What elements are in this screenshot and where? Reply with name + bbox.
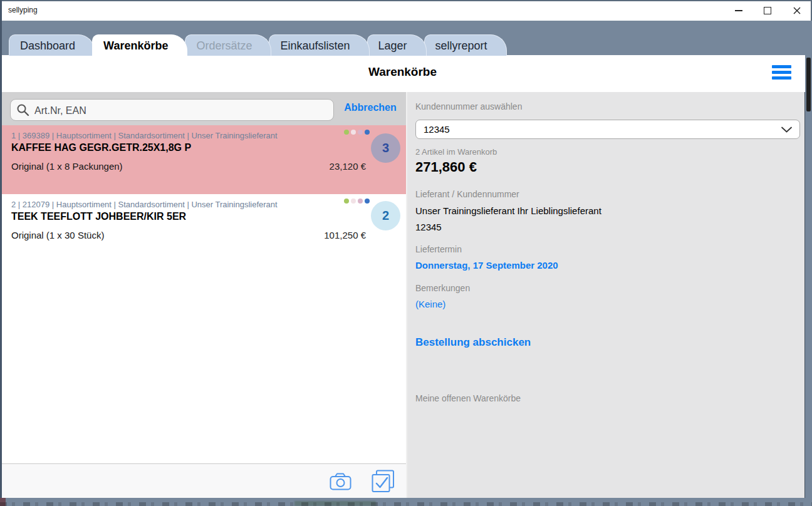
cart-item-list: 1 | 369389 | Hauptsortiment | Standardso…	[0, 125, 406, 463]
cart-summary-panel: Kundennummer auswählen 12345 2 Artikel i…	[407, 92, 805, 498]
hamburger-menu-icon[interactable]	[772, 65, 791, 80]
quantity-badge[interactable]: 3	[371, 133, 400, 163]
page-header: Warenkörbe	[0, 55, 805, 92]
cart-item-row-selected[interactable]: 1 | 369389 | Hauptsortiment | Standardso…	[0, 125, 406, 194]
minimize-button[interactable]	[728, 0, 749, 21]
app-window: sellyping Dashboard Warenkörbe Ordersätz…	[0, 0, 812, 506]
status-dots	[344, 199, 370, 204]
search-row: Abbrechen	[0, 92, 406, 125]
supplier-label: Lieferant / Kundennummer	[415, 189, 519, 199]
item-variant: Original (1 x 8 Packungen)	[11, 161, 123, 172]
remarks-link[interactable]: (Keine)	[415, 299, 445, 309]
status-dot-blush	[351, 199, 356, 204]
cart-total: 271,860 €	[415, 159, 477, 175]
search-box	[10, 99, 334, 121]
item-price: 101,250 €	[324, 230, 366, 240]
maximize-icon	[764, 7, 771, 14]
tab-dashboard[interactable]: Dashboard	[9, 34, 95, 56]
tab-label: Dashboard	[20, 39, 75, 52]
hamburger-bar	[772, 65, 791, 68]
status-dot-green	[344, 130, 349, 135]
select-check-button[interactable]	[372, 470, 395, 493]
cart-item-row[interactable]: 2 | 212079 | Hauptsortiment | Standardso…	[0, 194, 406, 259]
title-bar: sellyping	[0, 0, 812, 21]
article-count: 2 Artikel im Warenkorb	[415, 147, 497, 157]
status-dot-blue	[365, 199, 370, 204]
tab-label: Lager	[378, 39, 407, 52]
remarks-label: Bemerkungen	[415, 283, 470, 293]
close-icon	[793, 7, 801, 14]
status-dot-blue	[365, 130, 370, 135]
item-price: 23,120 €	[330, 161, 366, 172]
open-carts-label: Meine offenen Warenkörbe	[415, 393, 521, 403]
delivery-date-label: Liefertermin	[415, 244, 462, 254]
close-button[interactable]	[786, 0, 808, 21]
supplier-customer-number: 12345	[415, 222, 442, 232]
status-dots	[344, 130, 370, 135]
supplier-name: Unser Trainingslieferant Ihr Lieblingsli…	[415, 205, 601, 216]
tab-ordersaetze[interactable]: Ordersätze	[185, 34, 271, 56]
customer-number-value: 12345	[424, 120, 450, 138]
background-artifact	[0, 502, 812, 506]
item-name: KAFFEE HAG GEGR.GETR.25X1,8G P	[11, 142, 191, 153]
window-border-top	[0, 0, 812, 1]
window-border-left	[0, 0, 2, 498]
tab-bar: Dashboard Warenkörbe Ordersätze Einkaufs…	[9, 34, 504, 55]
item-name: TEEK TEEFLOTT JOHBEER/KIR 5ER	[11, 211, 186, 222]
hamburger-bar	[772, 76, 791, 80]
tab-einkaufslisten[interactable]: Einkaufslisten	[269, 34, 369, 56]
window-title: sellyping	[8, 0, 38, 21]
status-dot-pink	[358, 199, 363, 204]
bottom-strip	[0, 498, 812, 506]
tab-label: Einkaufslisten	[280, 39, 350, 52]
hamburger-bar	[772, 71, 791, 74]
status-dot-blush	[351, 130, 356, 135]
search-input[interactable]	[33, 100, 330, 121]
maximize-button[interactable]	[757, 0, 778, 21]
cancel-search-button[interactable]: Abbrechen	[340, 102, 400, 113]
list-toolbar	[0, 463, 406, 498]
status-dot-green	[344, 199, 349, 204]
tab-lager[interactable]: Lager	[367, 34, 427, 56]
tab-label: sellyreport	[435, 39, 487, 52]
tab-warenkoerbe[interactable]: Warenkörbe	[92, 34, 187, 56]
item-variant: Original (1 x 30 Stück)	[11, 230, 104, 240]
item-meta: 2 | 212079 | Hauptsortiment | Standardso…	[11, 200, 278, 209]
quantity-badge[interactable]: 2	[371, 201, 400, 230]
minimize-icon	[735, 10, 742, 11]
status-dot-pink	[358, 130, 363, 135]
scrollbar-thumb[interactable]	[806, 58, 811, 111]
search-icon	[16, 103, 29, 116]
tab-label: Ordersätze	[196, 39, 252, 52]
page-title: Warenkörbe	[0, 65, 805, 79]
customer-number-label: Kundennummer auswählen	[415, 101, 522, 111]
customer-number-select[interactable]: 12345	[415, 120, 800, 139]
tab-sellyreport[interactable]: sellyreport	[424, 34, 507, 56]
submit-order-button[interactable]: Bestellung abschicken	[415, 336, 531, 349]
item-meta: 1 | 369389 | Hauptsortiment | Standardso…	[11, 131, 278, 140]
gutter-line	[804, 55, 805, 498]
delivery-date-link[interactable]: Donnerstag, 17 September 2020	[415, 260, 558, 271]
tab-label: Warenkörbe	[103, 39, 168, 52]
chevron-down-icon	[781, 126, 792, 133]
camera-button[interactable]	[330, 472, 352, 490]
